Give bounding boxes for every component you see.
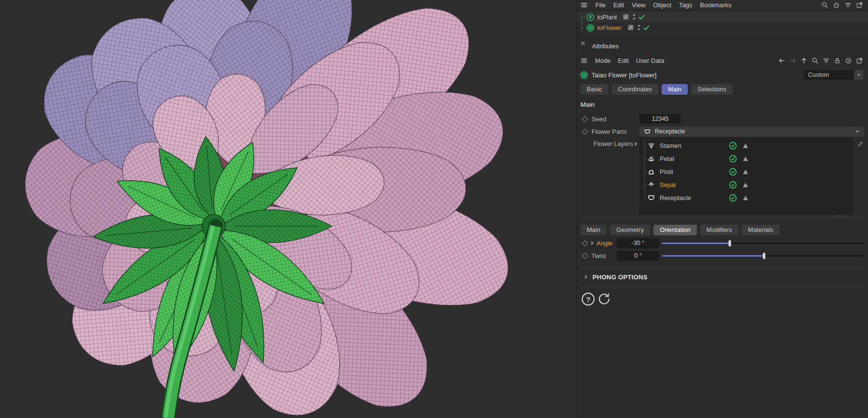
tab-selections[interactable]: Selections	[691, 84, 733, 95]
search-icon[interactable]	[821, 1, 828, 9]
menu-edit[interactable]: Edit	[613, 1, 624, 9]
tree-branch	[644, 185, 647, 185]
layer-row-petal[interactable]: Petal	[640, 152, 853, 165]
object-row-toplant[interactable]: toPlant	[577, 12, 868, 22]
chevron-down-icon	[855, 129, 860, 134]
phong-options-label: PHONG OPTIONS	[593, 274, 648, 281]
attribute-tabs: Basic Coordinates Main Selections	[577, 82, 868, 96]
object-name[interactable]: toPlant	[597, 14, 617, 21]
chevron-right-icon[interactable]	[633, 142, 638, 146]
layer-name[interactable]: Sepal	[660, 181, 676, 188]
help-icon[interactable]: ?	[581, 292, 595, 306]
receptacle-icon	[647, 194, 655, 202]
resize-handle[interactable]: ······	[834, 213, 847, 218]
visibility-dots-icon[interactable]	[637, 24, 641, 31]
layer-row-pistil[interactable]: Pistil	[640, 165, 853, 178]
layer-enabled-check-icon[interactable]	[729, 181, 737, 189]
menu-bookmarks[interactable]: Bookmarks	[700, 1, 731, 9]
menu-object[interactable]: Object	[653, 1, 671, 9]
edit-tag-icon[interactable]	[627, 24, 634, 31]
chevron-right-icon	[583, 274, 588, 279]
home-icon[interactable]	[833, 1, 840, 9]
flower-layers-label: Flower Layers	[593, 140, 633, 147]
edit-tag-icon[interactable]	[622, 14, 629, 20]
tab-main[interactable]: Main	[662, 84, 688, 95]
forward-arrow-icon[interactable]	[789, 57, 796, 64]
undock-icon[interactable]	[856, 57, 863, 64]
menu-view[interactable]: View	[632, 1, 645, 9]
object-row-toflower[interactable]: toFlower	[577, 22, 868, 33]
tab-basic[interactable]: Basic	[580, 84, 608, 95]
layer-enabled-check-icon[interactable]	[729, 168, 737, 176]
menu-mode[interactable]: Mode	[595, 57, 611, 64]
tab-main[interactable]: Main	[580, 225, 607, 235]
hamburger-menu-icon[interactable]	[580, 1, 588, 9]
undock-icon[interactable]	[856, 1, 863, 9]
panel-title: Attributes	[592, 43, 619, 50]
layer-name[interactable]: Stamen	[660, 142, 681, 149]
attributes-menubar: Mode Edit User Data	[577, 54, 868, 67]
flower-parts-dropdown[interactable]: Receptacle	[639, 127, 864, 137]
visibility-dots-icon[interactable]	[632, 13, 636, 21]
up-arrow-icon[interactable]	[800, 57, 808, 64]
tab-coordinates[interactable]: Coordinates	[612, 84, 658, 95]
target-icon[interactable]	[845, 57, 852, 64]
petal-icon	[647, 155, 655, 163]
back-arrow-icon[interactable]	[778, 57, 785, 64]
twist-slider[interactable]	[662, 253, 864, 259]
tab-orientation[interactable]: Orientation	[653, 225, 697, 235]
menu-tags[interactable]: Tags	[679, 1, 692, 9]
keyframe-diamond-icon[interactable]	[582, 240, 588, 246]
layer-row-receptacle[interactable]: Receptacle	[640, 191, 853, 204]
tab-geometry[interactable]: Geometry	[610, 225, 650, 235]
flower-layers-row: Flower Layers Stamen	[577, 138, 868, 214]
layer-name[interactable]: Petal	[660, 155, 674, 162]
layer-row-stamen[interactable]: Stamen	[640, 139, 853, 152]
filter-icon[interactable]	[823, 57, 830, 64]
slider-handle[interactable]	[763, 253, 765, 259]
flower-parts-value: Receptacle	[655, 128, 685, 135]
slider-fill	[662, 243, 730, 244]
layer-triangle-icon[interactable]	[742, 168, 749, 175]
search-icon[interactable]	[811, 57, 819, 64]
tree-branch	[644, 172, 647, 172]
3d-viewport[interactable]	[0, 0, 576, 418]
layer-triangle-icon[interactable]	[742, 155, 749, 162]
layer-enabled-check-icon[interactable]	[729, 142, 737, 150]
object-name[interactable]: toFlower	[597, 24, 622, 31]
layer-triangle-icon[interactable]	[742, 142, 749, 149]
layer-enabled-check-icon[interactable]	[729, 155, 737, 163]
layer-triangle-icon[interactable]	[742, 194, 749, 202]
right-panel: File Edit View Object Tags Bookmarks toP…	[576, 0, 868, 418]
close-icon[interactable]	[580, 41, 586, 46]
preset-dropdown-caret[interactable]	[854, 70, 863, 80]
seed-input[interactable]: 12345	[639, 114, 681, 124]
layer-triangle-icon[interactable]	[742, 181, 749, 188]
menu-file[interactable]: File	[595, 1, 606, 9]
layer-enabled-check-icon[interactable]	[729, 194, 737, 202]
slider-handle[interactable]	[729, 240, 731, 246]
keyframe-diamond-icon[interactable]	[582, 129, 588, 135]
menu-user-data[interactable]: User Data	[636, 57, 665, 64]
phong-options-header[interactable]: PHONG OPTIONS	[577, 268, 868, 286]
lock-icon[interactable]	[834, 57, 841, 64]
menu-edit[interactable]: Edit	[618, 57, 629, 64]
keyframe-diamond-icon[interactable]	[582, 253, 588, 259]
keyframe-diamond-icon[interactable]	[582, 116, 588, 122]
preset-dropdown[interactable]: Custom	[804, 70, 854, 80]
layer-row-sepal[interactable]: Sepal	[640, 178, 853, 191]
filter-icon[interactable]	[844, 1, 852, 9]
layer-name[interactable]: Pistil	[660, 168, 673, 175]
pencil-icon[interactable]	[857, 141, 864, 147]
enabled-check-icon[interactable]	[638, 14, 645, 21]
layer-name[interactable]: Receptacle	[660, 194, 691, 202]
enabled-check-icon[interactable]	[643, 24, 650, 31]
tab-modifiers[interactable]: Modifiers	[700, 225, 738, 235]
chevron-right-icon[interactable]	[590, 241, 594, 245]
tab-materials[interactable]: Materials	[742, 225, 780, 235]
angle-slider[interactable]	[662, 240, 864, 246]
hamburger-menu-icon[interactable]	[580, 57, 588, 64]
angle-input[interactable]: -30 °	[617, 238, 659, 248]
reset-icon[interactable]	[597, 292, 611, 306]
twist-input[interactable]: 0 °	[617, 251, 659, 261]
